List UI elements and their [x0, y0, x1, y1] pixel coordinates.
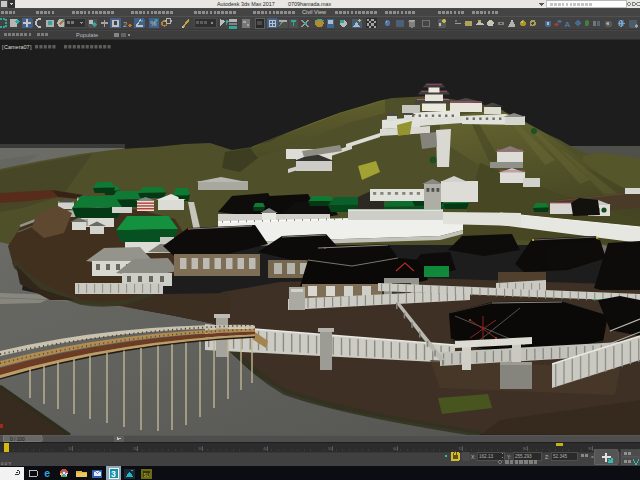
svg-text:50: 50 [328, 446, 333, 451]
svg-text:e: e [44, 467, 50, 479]
svg-text:Z:: Z: [545, 454, 549, 460]
svg-text:0709hamada.max: 0709hamada.max [288, 1, 331, 7]
svg-text:40: 40 [263, 446, 268, 451]
svg-text:90: 90 [588, 446, 593, 451]
svg-text:Populate: Populate [76, 32, 98, 38]
svg-text:60: 60 [393, 446, 398, 451]
svg-text:0.0 Y: 0.0 Y [1, 461, 11, 466]
svg-text:80: 80 [523, 446, 528, 451]
svg-text:3: 3 [111, 469, 116, 479]
svg-text:20: 20 [133, 446, 138, 451]
svg-text:162.13: 162.13 [479, 454, 493, 459]
svg-text:SU: SU [144, 473, 150, 478]
svg-text:Civil View: Civil View [302, 9, 327, 15]
svg-text:10: 10 [68, 446, 73, 451]
svg-text:Y:: Y: [507, 454, 511, 460]
svg-text:30: 30 [198, 446, 203, 451]
svg-text:70: 70 [458, 446, 463, 451]
svg-text:0 / 100: 0 / 100 [10, 437, 25, 442]
svg-text:2: 2 [123, 20, 127, 29]
svg-text:Camera07: Camera07 [4, 44, 30, 50]
svg-text:A: A [565, 20, 571, 29]
svg-text:Autodesk 3ds Max 2017: Autodesk 3ds Max 2017 [217, 1, 275, 7]
svg-text:X:: X: [471, 454, 476, 460]
svg-text:52.345: 52.345 [553, 454, 567, 459]
svg-text:255.293: 255.293 [515, 454, 532, 459]
